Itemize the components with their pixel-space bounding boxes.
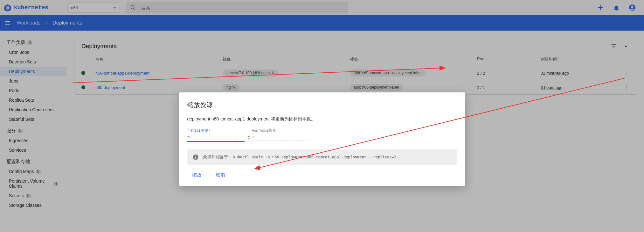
scale-button[interactable]: 缩放 — [190, 170, 204, 180]
scale-dialog: 缩放资源 deployment n60-tomcat-app1-deployme… — [179, 92, 465, 186]
target-replicas-field: 目标副本数量 * ▲▼ — [187, 128, 245, 142]
step-down-icon: ▼ — [248, 138, 250, 141]
hint-box: 此操作相当于： kubectl scale -n n60 deployment … — [187, 149, 457, 165]
cancel-button[interactable]: 取消 — [213, 170, 227, 180]
target-replicas-input[interactable] — [187, 135, 248, 140]
current-replicas-input — [252, 134, 312, 140]
modal-scrim[interactable]: 缩放资源 deployment n60-tomcat-app1-deployme… — [0, 0, 644, 232]
dialog-title: 缩放资源 — [187, 101, 457, 109]
step-up-icon: ▲ — [248, 134, 250, 137]
hint-command: kubectl scale -n n60 deployment n60-tomc… — [233, 155, 396, 159]
info-icon — [192, 154, 199, 160]
dialog-text: deployment n60-tomcat-app1-deployment 将更… — [187, 116, 457, 122]
svg-rect-13 — [195, 156, 196, 159]
number-stepper[interactable]: ▲▼ — [248, 134, 250, 141]
svg-rect-14 — [195, 156, 196, 156]
current-replicas-field: 当前的副本数量 — [252, 128, 309, 142]
